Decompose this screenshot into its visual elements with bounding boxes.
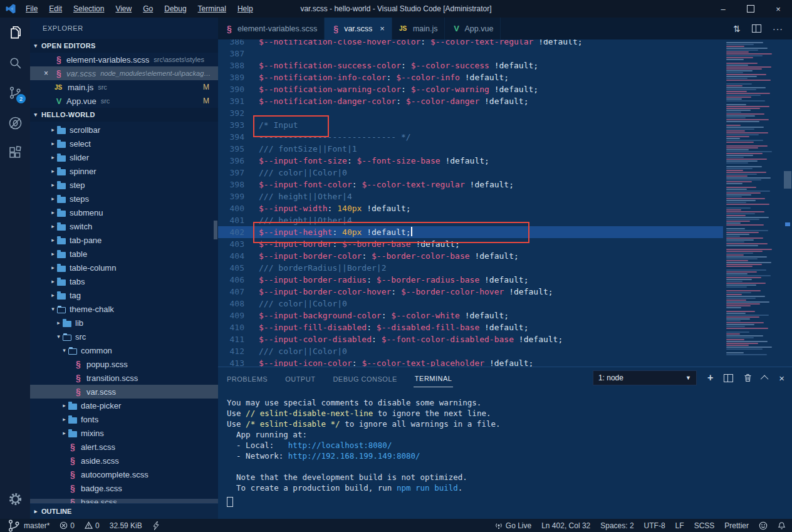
tree-item-var.scss[interactable]: §var.scss	[30, 385, 218, 399]
code-line-396[interactable]: 396$--input-font-size: $--font-size-base…	[218, 155, 723, 167]
tab-App.vue[interactable]: VApp.vue	[445, 18, 501, 39]
tree-item-switch[interactable]: ▸switch	[30, 219, 218, 233]
tree-item-aside.scss[interactable]: §aside.scss	[30, 454, 218, 467]
code-line-389[interactable]: 389$--notification-info-color: $--color-…	[218, 71, 723, 83]
status-0[interactable]: 0	[85, 521, 100, 530]
status-scss[interactable]: SCSS	[694, 521, 715, 530]
tree-item-src[interactable]: ▾src	[30, 330, 218, 343]
menu-terminal[interactable]: Terminal	[192, 0, 232, 18]
status-smiley-icon[interactable]	[759, 521, 768, 530]
open-editor-item[interactable]: ×§var.scssnode_modules\element-ui\packag…	[30, 66, 218, 80]
editor-scrollbar[interactable]	[783, 39, 792, 367]
tree-item-select[interactable]: ▸select	[30, 137, 218, 150]
code-line-393[interactable]: 393/* Input	[218, 119, 723, 131]
code-line-391[interactable]: 391$--notification-danger-color: $--colo…	[218, 95, 723, 107]
code-line-386[interactable]: 386$--notification-close-hover-color: $-…	[218, 39, 723, 48]
open-editor-item[interactable]: JSmain.jssrcM	[30, 80, 218, 94]
tree-item-tabs[interactable]: ▸tabs	[30, 274, 218, 288]
terminal-select[interactable]: 1: node ▼	[593, 370, 697, 385]
tree-item-steps[interactable]: ▸steps	[30, 192, 218, 206]
tree-item-table-column[interactable]: ▸table-column	[30, 261, 218, 274]
panel-tab-terminal[interactable]: TERMINAL	[414, 368, 454, 387]
project-section-header[interactable]: ▾ HELLO-WORLD	[30, 108, 218, 122]
code-line-402[interactable]: 402$--input-height: 40px !default;	[218, 226, 723, 238]
tab-var.scss[interactable]: §var.scss×	[325, 18, 392, 39]
tree-item-popup.scss[interactable]: §popup.scss	[30, 357, 218, 371]
sidebar-scrollbar-thumb[interactable]	[214, 221, 217, 239]
code-line-401[interactable]: 401/// height||Other|4	[218, 214, 723, 226]
code-line-398[interactable]: 398$--input-font-color: $--color-text-re…	[218, 179, 723, 190]
status-32-59-kib[interactable]: 32.59 KiB	[110, 521, 142, 530]
menu-debug[interactable]: Debug	[159, 0, 192, 18]
activity-settings[interactable]	[0, 484, 30, 514]
tree-item-alert.scss[interactable]: §alert.scss	[30, 440, 218, 454]
panel-tab-debug-console[interactable]: DEBUG CONSOLE	[331, 369, 398, 387]
code-line-404[interactable]: 404$--input-border-color: $--border-colo…	[218, 250, 723, 262]
tree-item-autocomplete.scss[interactable]: §autocomplete.scss	[30, 467, 218, 481]
code-line-403[interactable]: 403$--input-border: $--border-base !defa…	[218, 238, 723, 250]
split-editor-icon[interactable]	[752, 24, 761, 33]
menu-help[interactable]: Help	[232, 0, 259, 18]
terminal-link[interactable]: http://192.168.199.149:8080/	[288, 451, 420, 461]
editor-scrollbar-thumb[interactable]	[784, 171, 791, 189]
menu-selection[interactable]: Selection	[68, 0, 110, 18]
kill-terminal-trash-icon[interactable]	[744, 373, 752, 382]
menu-edit[interactable]: Edit	[43, 0, 68, 18]
code-line-406[interactable]: 406$--input-border-radius: $--border-rad…	[218, 274, 723, 286]
code-line-409[interactable]: 409$--input-background-color: $--color-w…	[218, 310, 723, 321]
minimap[interactable]	[723, 39, 783, 367]
status-master-[interactable]: master*	[6, 518, 50, 532]
close-icon[interactable]: ×	[380, 24, 385, 33]
tree-item-common[interactable]: ▾common	[30, 343, 218, 357]
tab-element-variables.scss[interactable]: §element-variables.scss	[218, 18, 325, 39]
tree-item-slider[interactable]: ▸slider	[30, 150, 218, 164]
code-line-394[interactable]: 394---------------------------- */	[218, 131, 723, 143]
status-spaces-2[interactable]: Spaces: 2	[600, 521, 633, 530]
close-panel-icon[interactable]: ×	[779, 373, 784, 383]
menu-view[interactable]: View	[110, 0, 137, 18]
activity-extensions[interactable]	[0, 138, 30, 168]
tree-item-date-picker[interactable]: ▸date-picker	[30, 399, 218, 412]
tree-item-lib[interactable]: ▸lib	[30, 316, 218, 330]
code-line-390[interactable]: 390$--notification-warning-color: $--col…	[218, 83, 723, 95]
activity-debug[interactable]	[0, 108, 30, 138]
code-line-410[interactable]: 410$--input-fill-disabled: $--disabled-f…	[218, 321, 723, 333]
status-go-live[interactable]: Go Live	[494, 521, 531, 530]
activity-explorer[interactable]	[0, 18, 30, 48]
close-button[interactable]: ×	[764, 0, 792, 18]
tree-item-badge.scss[interactable]: §badge.scss	[30, 481, 218, 495]
terminal-link[interactable]: http://localhost:8080/	[288, 441, 392, 450]
more-actions-icon[interactable]: ···	[773, 24, 783, 34]
tree-item-submenu[interactable]: ▸submenu	[30, 206, 218, 219]
code-line-411[interactable]: 411$--input-color-disabled: $--font-colo…	[218, 333, 723, 345]
menu-file[interactable]: File	[20, 0, 43, 18]
minimize-button[interactable]: –	[709, 0, 737, 18]
open-editor-item[interactable]: VApp.vuesrcM	[30, 94, 218, 108]
status-bell-icon[interactable]	[778, 521, 786, 530]
status-lightning-icon[interactable]	[152, 521, 160, 530]
code-editor[interactable]: 386$--notification-close-hover-color: $-…	[218, 39, 792, 367]
code-line-392[interactable]: 392	[218, 107, 723, 119]
code-line-399[interactable]: 399/// height||Other|4	[218, 190, 723, 202]
terminal-output[interactable]: You may use special comments to disable …	[218, 389, 792, 508]
menu-go[interactable]: Go	[137, 0, 159, 18]
status-lf[interactable]: LF	[675, 521, 684, 530]
status-prettier[interactable]: Prettier	[724, 521, 749, 530]
close-icon[interactable]: ×	[44, 69, 55, 78]
tab-main.js[interactable]: JSmain.js	[392, 18, 446, 39]
tree-item-theme-chalk[interactable]: ▾theme-chalk	[30, 302, 218, 316]
activity-search[interactable]	[0, 48, 30, 78]
tree-item-tab-pane[interactable]: ▸tab-pane	[30, 233, 218, 247]
sync-changes-icon[interactable]: ⇅	[733, 24, 741, 34]
tree-item-transition.scss[interactable]: §transition.scss	[30, 371, 218, 385]
code-line-405[interactable]: 405/// borderRadius||Border|2	[218, 262, 723, 274]
code-line-387[interactable]: 387	[218, 48, 723, 60]
open-editor-item[interactable]: §element-variables.scsssrc\assets\styles	[30, 53, 218, 66]
tree-item-spinner[interactable]: ▸spinner	[30, 164, 218, 178]
maximize-panel-icon[interactable]	[761, 375, 769, 383]
tree-item-mixins[interactable]: ▸mixins	[30, 426, 218, 440]
panel-tab-problems[interactable]: PROBLEMS	[226, 369, 269, 387]
code-line-407[interactable]: 407$--input-border-color-hover: $--borde…	[218, 286, 723, 298]
tree-item-fonts[interactable]: ▸fonts	[30, 412, 218, 426]
maximize-button[interactable]	[737, 0, 764, 18]
